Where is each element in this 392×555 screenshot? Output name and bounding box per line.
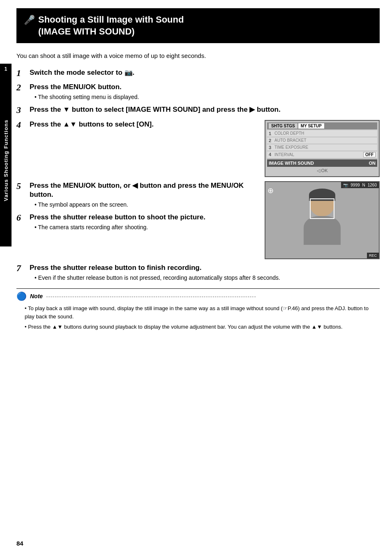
step-3-title: Press the ▼ button to select [IMAGE WITH… [30,105,380,114]
step-2-content: Press the MENU/OK button. The shooting s… [30,83,380,101]
camera-screen-tabs: SHTG STGS MY SETUP [267,122,377,129]
vf-mode-icon: N [362,183,365,187]
step-4-left: 4 Press the ▲▼ buttons to select [ON]. [16,120,256,177]
note-header: 🔵 Note ---------------------------------… [16,291,380,301]
viewfinder-top-bar: 📷 9999 N 1260 [341,182,379,188]
step-2-number: 2 [16,83,27,92]
step-2-sub: The shooting setting menu is displayed. [35,93,380,101]
step-4-title: Press the ▲▼ buttons to select [ON]. [30,120,256,129]
title-block: 🎤 Shooting a Still Image with Sound (IMA… [16,8,380,43]
cam-row-4: 4 INTERVAL OFF [267,151,377,159]
step-1: 1 Switch the mode selector to 📷. [16,68,380,78]
step-7-number: 7 [16,263,27,273]
cam-row-2: 2 AUTO BRACKET [267,137,377,144]
vf-sd-icon: 📷 [343,183,348,187]
title-line2: (IMAGE WITH SOUND) [38,26,184,38]
cam-ok: ◁ OK [267,167,377,175]
sidebar-tab-label: Various Shooting Functions [3,120,9,201]
step-7-title: Press the shutter release button to fini… [30,263,380,272]
cam-tab-shtg: SHTG STGS [269,123,297,129]
step-3-content: Press the ▼ button to select [IMAGE WITH… [30,105,380,115]
step-3-number: 3 [16,105,27,115]
step-7: 7 Press the shutter release button to fi… [16,263,380,282]
step-1-content: Switch the mode selector to 📷. [30,68,380,78]
viewfinder-bottom-bar: REC [367,253,379,258]
step-6-content: Press the shutter release button to shoo… [30,213,256,232]
cam-row-1: 1 COLOR DEPTH [267,130,377,137]
step-6-sub: The camera starts recording after shooti… [35,223,256,232]
camera-viewfinder: 📷 9999 N 1260 ⊕ [265,181,380,259]
cam-highlighted-row: IMAGE WITH SOUND ON [267,159,377,167]
microphone-icon: 🎤 [24,15,35,25]
steps-4-area: 4 Press the ▲▼ buttons to select [ON]. S… [16,120,380,177]
person-body [304,216,341,245]
steps-5-6-area: 5 Press the MENU/OK button, or ◀ button … [16,181,380,259]
step-7-sub: Even if the shutter release button is no… [35,274,380,282]
step-4-number: 4 [16,120,27,130]
note-item-2: Press the ▲▼ buttons during sound playba… [25,323,380,331]
step-1-number: 1 [16,68,27,78]
step-4: 4 Press the ▲▼ buttons to select [ON]. [16,120,256,130]
sidebar-tab: Various Shooting Functions [0,74,12,246]
note-icon: 🔵 [16,291,27,301]
page-number: 84 [16,540,23,547]
step-7-content: Press the shutter release button to fini… [30,263,380,282]
note-item-1: To play back a still image with sound, d… [25,304,380,320]
step-6-number: 6 [16,213,27,223]
title-line1: Shooting a Still Image with Sound [38,14,184,26]
viewfinder-inner: 📷 9999 N 1260 ⊕ [265,182,379,258]
step-4-content: Press the ▲▼ buttons to select [ON]. [30,120,256,130]
page-section-number: 1 [0,64,12,74]
step-3: 3 Press the ▼ button to select [IMAGE WI… [16,105,380,115]
main-content: 🎤 Shooting a Still Image with Sound (IMA… [16,8,380,350]
camera-menu-image: SHTG STGS MY SETUP 1 COLOR DEPTH 2 AUTO … [265,120,380,177]
step-5-number: 5 [16,181,27,191]
viewfinder-left-icon: ⊕ [267,186,274,195]
note-title: Note [30,293,43,299]
viewfinder-focus-box [310,198,334,219]
step-5-sub: The symbol appears on the screen. [35,201,256,209]
steps-5-6-left: 5 Press the MENU/OK button, or ◀ button … [16,181,256,259]
step-6-title: Press the shutter release button to shoo… [30,213,256,222]
step-5-title: Press the MENU/OK button, or ◀ button an… [30,181,256,199]
vf-rec-indicator: REC [369,253,377,258]
step-2: 2 Press the MENU/OK button. The shooting… [16,83,380,101]
vf-counter: 9999 [350,183,360,187]
step-5-content: Press the MENU/OK button, or ◀ button an… [30,181,256,209]
cam-row-3: 3 TIME EXPOSURE [267,144,377,151]
vf-resolution: 1260 [368,183,377,187]
title-text: Shooting a Still Image with Sound (IMAGE… [38,14,184,37]
step-5: 5 Press the MENU/OK button, or ◀ button … [16,181,256,209]
step-2-title: Press the MENU/OK button. [30,83,380,92]
step-6: 6 Press the shutter release button to sh… [16,213,256,232]
note-dashes: ----------------------------------------… [46,293,380,299]
step-1-title: Switch the mode selector to 📷. [30,68,380,77]
camera-screen-menu: SHTG STGS MY SETUP 1 COLOR DEPTH 2 AUTO … [265,120,380,177]
intro-paragraph: You can shoot a still image with a voice… [16,51,380,61]
camera-viewfinder-image: 📷 9999 N 1260 ⊕ [265,181,380,259]
note-section: 🔵 Note ---------------------------------… [16,288,380,331]
cam-tab-setup: MY SETUP [298,123,324,129]
